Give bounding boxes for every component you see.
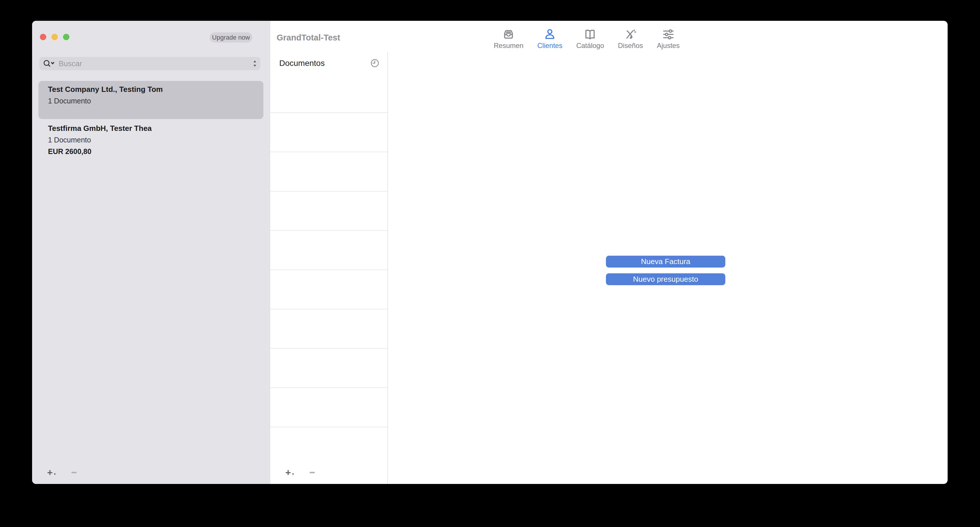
remove-document-button[interactable] bbox=[310, 472, 315, 473]
open-book-icon bbox=[583, 28, 597, 41]
add-document-button[interactable]: + ▾ bbox=[285, 468, 294, 477]
app-window: Upgrade now Test Company Ltd., Testing T… bbox=[32, 21, 948, 484]
tab-label: Catálogo bbox=[576, 41, 604, 50]
tray-icon bbox=[502, 28, 515, 41]
search-stepper-icon[interactable] bbox=[253, 59, 257, 68]
search-input[interactable] bbox=[58, 59, 261, 68]
clients-sidebar: Upgrade now Test Company Ltd., Testing T… bbox=[32, 21, 270, 484]
client-list-item[interactable]: Testfirma GmbH, Tester Thea 1 Documento … bbox=[38, 120, 263, 158]
tab-label: Resumen bbox=[494, 41, 523, 50]
close-window-button[interactable] bbox=[40, 34, 46, 40]
main-toolbar: Resumen Clientes Catálogo bbox=[494, 28, 679, 50]
tab-ajustes[interactable]: Ajustes bbox=[657, 28, 679, 50]
nueva-factura-button[interactable]: Nueva Factura bbox=[606, 256, 725, 268]
clock-icon[interactable] bbox=[370, 58, 380, 68]
client-name: Testfirma GmbH, Tester Thea bbox=[48, 124, 263, 133]
tab-resumen[interactable]: Resumen bbox=[494, 28, 523, 50]
person-icon bbox=[543, 28, 557, 41]
tab-catalogo[interactable]: Catálogo bbox=[576, 28, 604, 50]
client-list-item[interactable]: Test Company Ltd., Testing Tom 1 Documen… bbox=[38, 81, 263, 119]
client-documents-count: 1 Documento bbox=[48, 97, 263, 105]
tab-label: Ajustes bbox=[657, 41, 679, 50]
document-list bbox=[270, 74, 387, 428]
chevron-down-icon: ▾ bbox=[54, 472, 56, 476]
upgrade-now-button[interactable]: Upgrade now bbox=[210, 32, 252, 43]
plus-icon: + bbox=[285, 468, 291, 477]
client-amount: EUR 2600,80 bbox=[48, 148, 263, 156]
chevron-down-icon: ▾ bbox=[292, 472, 294, 476]
client-documents-count: 1 Documento bbox=[48, 136, 263, 144]
window-title: GrandTotal-Test bbox=[277, 33, 340, 43]
tab-disenos[interactable]: Diseños bbox=[618, 28, 643, 50]
documents-panel-title: Documentos bbox=[279, 59, 325, 68]
minimize-window-button[interactable] bbox=[51, 34, 58, 40]
tab-label: Clientes bbox=[538, 41, 563, 50]
plus-icon: + bbox=[47, 468, 52, 477]
search-field[interactable] bbox=[39, 57, 261, 70]
design-tools-icon bbox=[624, 28, 637, 41]
add-client-button[interactable]: + ▾ bbox=[47, 468, 56, 477]
sidebar-footer: + ▾ bbox=[47, 466, 76, 478]
nuevo-presupuesto-button[interactable]: Nuevo presupuesto bbox=[606, 273, 725, 285]
zoom-window-button[interactable] bbox=[63, 34, 69, 40]
documents-footer: + ▾ bbox=[285, 466, 315, 478]
tab-clientes[interactable]: Clientes bbox=[538, 28, 563, 50]
client-name: Test Company Ltd., Testing Tom bbox=[48, 85, 263, 94]
search-icon[interactable] bbox=[43, 59, 55, 68]
sliders-icon bbox=[662, 28, 675, 41]
tab-label: Diseños bbox=[618, 41, 643, 50]
panel-divider bbox=[387, 52, 388, 484]
remove-client-button[interactable] bbox=[72, 472, 76, 473]
